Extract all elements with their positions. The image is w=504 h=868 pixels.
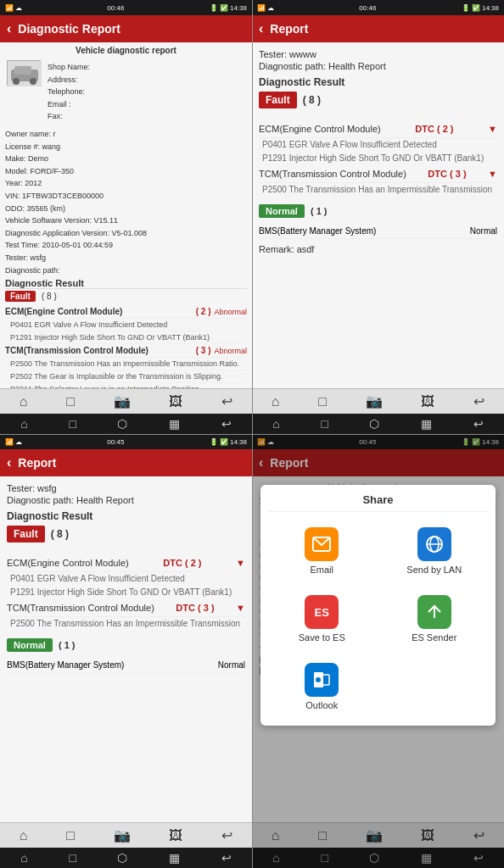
- sys-back-tr[interactable]: ↩: [473, 417, 484, 431]
- gallery-icon-tl[interactable]: 🖼: [169, 394, 182, 409]
- normal-section-bl: Normal ( 1 ): [7, 636, 245, 654]
- bms-row-tr: BMS(Battery Manager System) Normal: [259, 224, 497, 239]
- share-es-item[interactable]: ES Save to ES: [269, 588, 375, 649]
- license: License #: wang: [5, 142, 247, 153]
- svg-rect-2: [14, 66, 31, 75]
- tester-tr: Tester: wwww: [259, 49, 497, 59]
- sys-camera-tr[interactable]: ⬡: [369, 417, 379, 431]
- sys-gallery-tr[interactable]: ▦: [421, 417, 432, 431]
- sys-window-bl[interactable]: □: [69, 851, 76, 865]
- toolbar-tr: ‹ Report: [252, 15, 504, 42]
- vehicle-sw: Vehicle Software Version: V15.11: [5, 215, 247, 226]
- diag-path-bl: Diagnostic path: Health Report: [7, 495, 245, 505]
- vehicle-info-table: Shop Name: Address: Telephone: Email : F…: [5, 58, 247, 125]
- window-icon-tr[interactable]: □: [318, 394, 327, 409]
- home-icon-tl[interactable]: ⌂: [20, 394, 28, 409]
- email-label: Email: [310, 565, 333, 575]
- fault-bar-bl: Fault ( 8 ): [7, 526, 245, 548]
- window-icon-tl[interactable]: □: [66, 394, 75, 409]
- normal-section-tr: Normal ( 1 ): [259, 202, 497, 220]
- ecm-header-tr[interactable]: ECM(Engine Control Module) DTC ( 2 ) ▼: [259, 120, 497, 138]
- sender-label: ES Sender: [412, 632, 456, 643]
- share-email-item[interactable]: Email: [269, 520, 375, 581]
- sys-back-tl[interactable]: ↩: [221, 417, 232, 431]
- status-bar-tr: 📶 ☁ 00:46 🔋 ✅ 14:38: [252, 0, 504, 15]
- sender-share-icon: [417, 595, 451, 629]
- diag-result-tr: Diagnostic Result: [259, 76, 497, 88]
- tr-tcm-code1: P2500 The Transmission Has an Impermissi…: [259, 183, 497, 197]
- bl-tcm-code1: P2500 The Transmission Has an Impermissi…: [7, 617, 245, 631]
- fault-summary-tl: Fault ( 8 ): [5, 291, 247, 302]
- sys-home-tl[interactable]: ⌂: [20, 417, 27, 431]
- tester-bl: Tester: wsfg: [7, 483, 245, 493]
- page-title-tr: Report: [270, 22, 308, 36]
- tcm-header-bl[interactable]: TCM(Transmission Control Module) DTC ( 3…: [7, 599, 245, 617]
- share-outlook-item[interactable]: Outlook: [269, 656, 375, 717]
- tcm-code-1: P2500 The Transmission Has an Impermissi…: [5, 358, 247, 370]
- module-row-ecm[interactable]: ECM(Engine Control Module) ( 2 ) Abnorma…: [5, 305, 247, 319]
- diag-result-title-tl: Diagnostic Result: [5, 278, 247, 289]
- back-icon-tl[interactable]: ↩: [221, 393, 232, 409]
- bottom-nav-bl: ⌂ □ 📷 🖼 ↩: [0, 822, 252, 848]
- gallery-icon-tr[interactable]: 🖼: [421, 394, 434, 409]
- fault-badge-tl: Fault: [5, 291, 36, 302]
- camera-icon-tr[interactable]: 📷: [366, 393, 383, 409]
- tcm-header-tr[interactable]: TCM(Transmission Control Module) DTC ( 3…: [259, 165, 497, 183]
- ecm-code-2: P1291 Injector High Side Short To GND Or…: [5, 331, 247, 344]
- email-share-icon: [305, 527, 339, 561]
- vehicle-image: [7, 60, 41, 86]
- share-dialog-title: Share: [269, 493, 487, 512]
- back-button-bl[interactable]: ‹: [7, 455, 11, 470]
- email-field: Email :: [48, 99, 245, 110]
- ecm-header-bl[interactable]: ECM(Engine Control Module) DTC ( 2 ) ▼: [7, 554, 245, 572]
- telephone: Telephone:: [48, 86, 245, 97]
- owner-name: Owner name: r: [5, 129, 247, 140]
- back-button-tl[interactable]: ‹: [7, 21, 11, 36]
- sys-gallery-bl[interactable]: ▦: [169, 851, 180, 865]
- outlook-share-icon: [305, 663, 339, 697]
- share-dialog: Share Email: [260, 485, 496, 726]
- bms-status-bl: Normal: [218, 660, 245, 670]
- bl-content: Tester: wsfg Diagnostic path: Health Rep…: [0, 476, 252, 824]
- tcm-code-2: P2502 The Gear is Implausible or the Tra…: [5, 370, 247, 383]
- sys-window-tr[interactable]: □: [321, 417, 328, 431]
- back-button-tr[interactable]: ‹: [259, 21, 263, 36]
- sys-gallery-tl[interactable]: ▦: [169, 417, 180, 431]
- window-icon-bl[interactable]: □: [66, 828, 75, 843]
- sys-home-tr[interactable]: ⌂: [272, 417, 279, 431]
- remark-value-tr: asdf: [297, 244, 315, 254]
- toolbar-tl: ‹ Diagnostic Report: [0, 15, 252, 42]
- tr-ecm-code1: P0401 EGR Valve A Flow Insufficient Dete…: [259, 138, 497, 152]
- home-icon-tr[interactable]: ⌂: [272, 394, 280, 409]
- tr-content: Tester: wwww Diagnostic path: Health Rep…: [252, 42, 504, 390]
- sys-home-bl[interactable]: ⌂: [20, 851, 27, 865]
- outlook-label: Outlook: [305, 700, 338, 710]
- tl-content: Vehicle diagnostic report: [0, 42, 252, 388]
- diag-result-bl: Diagnostic Result: [7, 510, 245, 522]
- test-time: Test Time: 2010-05-01 00:44:59: [5, 240, 247, 251]
- diag-path-tl: Diagnostic path:: [5, 265, 247, 276]
- back-icon-bl[interactable]: ↩: [221, 827, 232, 843]
- share-lan-item[interactable]: Send by LAN: [382, 520, 488, 581]
- bottom-nav-tr: ⌂ □ 📷 🖼 ↩: [252, 388, 504, 414]
- home-icon-bl[interactable]: ⌂: [20, 828, 28, 843]
- vin: VIN: 1FTBW3DT3CEB00000: [5, 191, 247, 202]
- sys-back-bl[interactable]: ↩: [221, 851, 232, 865]
- bms-name-tr: BMS(Battery Manager System): [259, 226, 376, 236]
- module-row-tcm[interactable]: TCM(Transmission Control Module) ( 3 ) A…: [5, 344, 247, 358]
- sys-window-tl[interactable]: □: [69, 417, 76, 431]
- camera-icon-tl[interactable]: 📷: [114, 393, 131, 409]
- sys-camera-tl[interactable]: ⬡: [117, 417, 127, 431]
- svg-rect-10: [322, 675, 329, 685]
- status-bar-bl: 📶 ☁ 00:45 🔋 ✅ 14:38: [0, 434, 252, 449]
- share-sender-item[interactable]: ES Sender: [382, 588, 488, 649]
- shop-name: Shop Name:: [48, 62, 245, 73]
- sys-camera-bl[interactable]: ⬡: [117, 851, 127, 865]
- sys-bar-tr: ⌂ □ ⬡ ▦ ↩: [252, 414, 504, 434]
- back-icon-tr[interactable]: ↩: [473, 393, 484, 409]
- svg-point-11: [316, 677, 321, 682]
- gallery-icon-bl[interactable]: 🖼: [169, 828, 182, 843]
- camera-icon-bl[interactable]: 📷: [114, 827, 131, 843]
- diag-app: Diagnostic Application Version: V5-01.00…: [5, 228, 247, 239]
- remark-label-tr: Remark:: [259, 244, 294, 254]
